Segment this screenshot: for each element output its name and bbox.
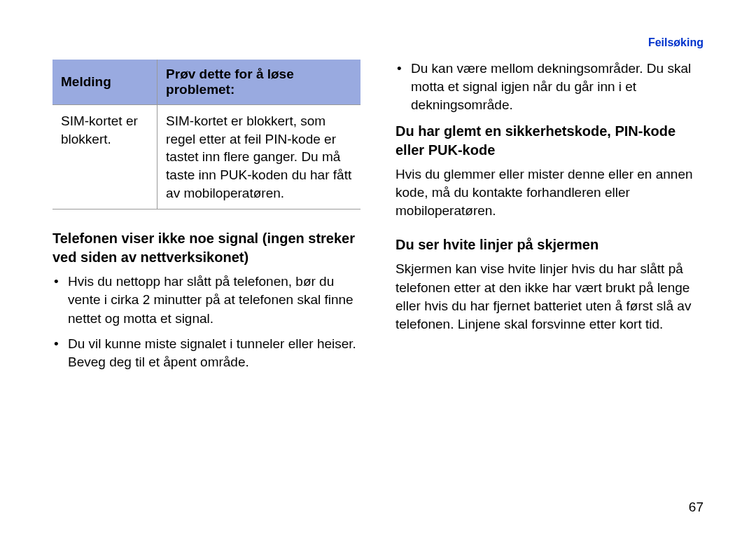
table-header-message: Melding [52, 60, 158, 105]
list-item: Du kan være mellom dekningsområder. Du s… [411, 60, 704, 115]
section-heading-forgot-code: Du har glemt en sikkerhetskode, PIN-kode… [396, 122, 704, 160]
bullet-list: Hvis du nettopp har slått på telefonen, … [52, 273, 360, 371]
paragraph: Skjermen kan vise hvite linjer hvis du h… [396, 260, 704, 334]
section-heading-no-signal: Telefonen viser ikke noe signal (ingen s… [52, 229, 360, 267]
table-header-solution: Prøv dette for å løse problemet: [158, 60, 360, 105]
list-item: Hvis du nettopp har slått på telefonen, … [68, 273, 360, 328]
bullet-list: Du kan være mellom dekningsområder. Du s… [396, 60, 704, 115]
paragraph: Hvis du glemmer eller mister denne eller… [396, 165, 704, 221]
table-cell-message: SIM-kortet er blokkert. [52, 105, 158, 209]
section-heading-white-lines: Du ser hvite linjer på skjermen [396, 235, 704, 254]
table-cell-solution: SIM-kortet er blokkert, som regel etter … [158, 105, 360, 209]
page-number: 67 [689, 500, 704, 515]
section-header: Feilsøking [648, 36, 704, 49]
right-column: Du kan være mellom dekningsområder. Du s… [396, 60, 704, 378]
list-item: Du vil kunne miste signalet i tunneler e… [68, 335, 360, 371]
table-row: SIM-kortet er blokkert. SIM-kortet er bl… [52, 105, 360, 209]
content-columns: Melding Prøv dette for å løse problemet:… [52, 60, 704, 378]
left-column: Melding Prøv dette for å løse problemet:… [52, 60, 360, 378]
troubleshooting-table: Melding Prøv dette for å løse problemet:… [52, 60, 360, 209]
